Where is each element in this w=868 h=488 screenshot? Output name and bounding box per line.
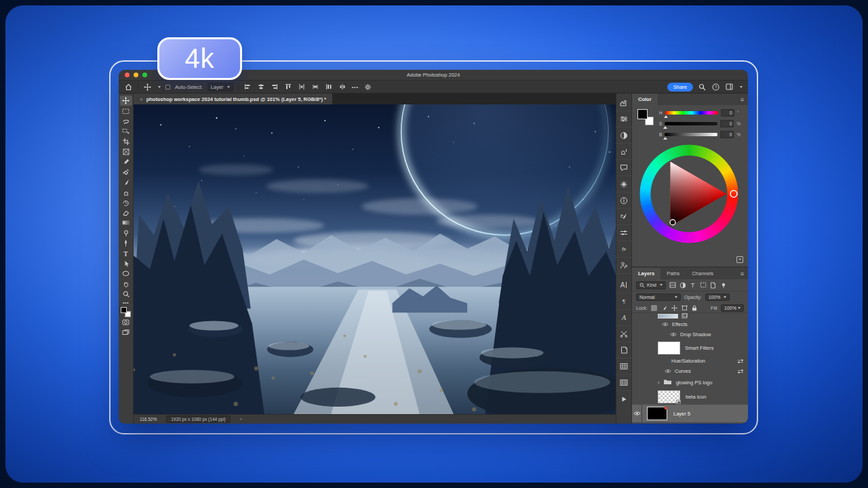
layer-0-row[interactable]: Layer 0 <box>632 422 748 424</box>
lock-image-icon[interactable] <box>660 304 668 312</box>
document-tab[interactable]: × photoshop workspace 2024 tutorial thum… <box>134 94 332 104</box>
close-tab-icon[interactable]: × <box>140 96 143 102</box>
filter-smart-object-icon[interactable] <box>709 281 717 289</box>
brush-settings-panel-icon[interactable] <box>616 209 632 225</box>
clone-stamp-tool[interactable] <box>120 187 132 197</box>
saturation-slider-marker[interactable] <box>663 126 667 129</box>
frame-tool[interactable] <box>120 146 132 157</box>
effects-panel-icon[interactable] <box>616 176 632 192</box>
opacity-dropdown[interactable]: 100% <box>705 293 730 301</box>
type-tool[interactable]: T <box>120 248 132 258</box>
lock-all-icon[interactable] <box>691 304 698 312</box>
workspace-settings-gear-icon[interactable] <box>363 83 372 92</box>
info-panel-icon[interactable] <box>616 192 632 209</box>
lock-position-icon[interactable] <box>671 304 678 312</box>
layer-drop-shadow-row[interactable]: Drop Shadow <box>632 329 748 340</box>
filter-type-layers-icon[interactable]: T <box>689 281 696 289</box>
auto-select-dropdown[interactable]: Layer <box>208 83 233 92</box>
notes-panel-icon[interactable] <box>616 342 632 359</box>
gradient-tool[interactable] <box>120 218 132 228</box>
adjustments-panel-icon[interactable] <box>616 111 632 127</box>
visibility-eye-icon[interactable] <box>665 369 671 373</box>
adjustment-toggle-icon[interactable] <box>737 359 744 364</box>
beta-icon-layer-row[interactable]: beta icon <box>632 388 748 405</box>
panel-menu-icon[interactable]: ≡ <box>741 268 744 279</box>
color-wheel[interactable] <box>639 144 738 243</box>
edit-toolbar-icon[interactable]: ••• <box>123 299 129 306</box>
align-top-icon[interactable] <box>284 83 293 92</box>
layer-5-row[interactable]: Layer 5 <box>632 405 748 422</box>
canvas[interactable] <box>134 104 616 414</box>
move-tool[interactable] <box>120 96 132 106</box>
rectangular-marquee-tool[interactable] <box>120 106 132 116</box>
crop-tool[interactable] <box>120 136 132 146</box>
curves-row[interactable]: Curves <box>632 366 748 376</box>
distribute-right-icon[interactable] <box>325 83 334 92</box>
kind-filter-dropdown[interactable]: Kind <box>636 281 666 289</box>
actions-panel-icon[interactable] <box>616 391 632 407</box>
history-brush-tool[interactable] <box>120 197 132 207</box>
dodge-tool[interactable] <box>120 228 132 238</box>
zoom-level[interactable]: 116.52% <box>140 417 157 422</box>
comments-panel-icon[interactable] <box>616 160 632 176</box>
expand-panel-icon[interactable]: + <box>736 256 743 263</box>
tab-paths[interactable]: Paths <box>660 268 686 279</box>
hue-slider-marker[interactable] <box>664 115 668 118</box>
foreground-color-swatch[interactable] <box>637 109 648 119</box>
ellipse-shape-tool[interactable] <box>120 268 132 279</box>
libraries-panel-icon[interactable] <box>616 258 632 274</box>
tool-presets-panel-icon[interactable] <box>616 225 632 241</box>
align-left-icon[interactable] <box>243 83 252 92</box>
eraser-tool[interactable] <box>120 207 132 218</box>
visibility-eye-icon[interactable] <box>670 332 677 337</box>
chevron-down-icon[interactable] <box>740 86 743 88</box>
status-chevron-icon[interactable]: › <box>240 416 242 422</box>
eyedropper-tool[interactable] <box>120 157 132 167</box>
distribute-center-icon[interactable] <box>311 83 320 92</box>
smart-filters-row[interactable]: Smart Filters <box>632 340 748 356</box>
more-options-icon[interactable]: ••• <box>352 85 359 89</box>
foreground-background-swatches[interactable] <box>121 307 131 317</box>
tab-color[interactable]: Color <box>632 94 658 105</box>
clone-source-panel-icon[interactable] <box>616 144 632 160</box>
clipped-layer-row[interactable] <box>632 313 748 319</box>
tab-layers[interactable]: Layers <box>632 268 660 279</box>
character-panel-icon[interactable]: A <box>616 277 632 293</box>
expand-group-icon[interactable]: › <box>658 380 660 386</box>
auto-select-checkbox[interactable] <box>165 85 170 89</box>
foreground-color-swatch[interactable] <box>121 307 127 313</box>
color-swatches[interactable] <box>637 109 654 125</box>
filter-attribute-icon[interactable] <box>719 281 727 289</box>
hue-saturation-row[interactable]: Hue/Saturation <box>632 356 748 366</box>
filter-pixel-layers-icon[interactable] <box>669 281 676 289</box>
paragraph-styles-panel-icon[interactable] <box>616 375 632 391</box>
saturation-slider[interactable] <box>665 122 717 125</box>
character-styles-panel-icon[interactable] <box>616 359 632 375</box>
beta-icon-thumbnail[interactable] <box>658 390 680 403</box>
object-selection-tool[interactable] <box>120 126 132 136</box>
document-size-info[interactable]: 1920 px x 1080 px (144 ppi) <box>166 415 231 423</box>
layer-5-thumbnail[interactable] <box>647 407 667 420</box>
brush-tool[interactable] <box>120 177 132 187</box>
hand-tool[interactable] <box>120 279 132 289</box>
saturation-value-field[interactable]: 0 <box>720 120 734 127</box>
sb-triangle[interactable] <box>639 144 738 243</box>
zoom-tool[interactable] <box>120 289 132 299</box>
pen-tool[interactable] <box>120 238 132 248</box>
filter-shape-layers-icon[interactable] <box>699 281 707 289</box>
quick-mask-button[interactable] <box>120 317 132 327</box>
spot-healing-brush-tool[interactable] <box>120 167 132 177</box>
hue-value-field[interactable]: 0 <box>721 109 734 117</box>
align-right-icon[interactable] <box>271 83 279 92</box>
help-icon[interactable]: ? <box>711 83 720 92</box>
smart-filters-thumbnail[interactable] <box>658 342 680 354</box>
hue-slider[interactable] <box>665 111 718 115</box>
color-grading-panel-icon[interactable] <box>616 127 632 144</box>
fill-dropdown[interactable]: 100% <box>721 304 744 312</box>
glyphs-panel-icon[interactable]: A <box>616 310 632 326</box>
panel-menu-icon[interactable]: ≡ <box>741 94 744 105</box>
path-selection-tool[interactable] <box>120 258 132 268</box>
align-center-horizontal-icon[interactable] <box>257 83 266 92</box>
lock-transparency-icon[interactable] <box>650 304 658 312</box>
blend-mode-dropdown[interactable]: Normal <box>636 293 681 301</box>
